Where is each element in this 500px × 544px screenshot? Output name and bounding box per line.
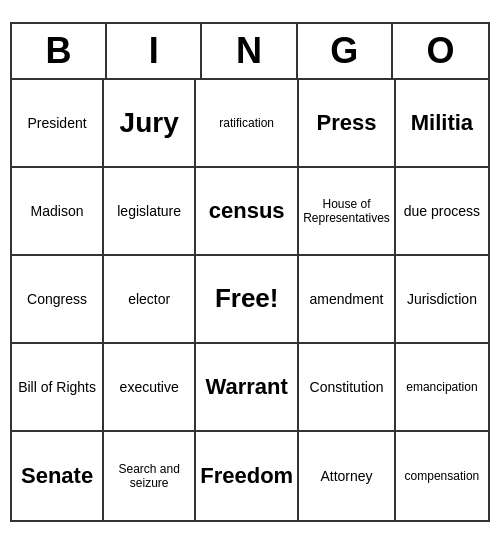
bingo-cell-1: Jury (104, 80, 196, 168)
bingo-cell-12: Free! (196, 256, 299, 344)
bingo-cell-11: elector (104, 256, 196, 344)
bingo-cell-20: Senate (12, 432, 104, 520)
bingo-cell-8: House of Representatives (299, 168, 396, 256)
bingo-cell-7: census (196, 168, 299, 256)
bingo-cell-17: Warrant (196, 344, 299, 432)
bingo-cell-23: Attorney (299, 432, 396, 520)
bingo-cell-13: amendment (299, 256, 396, 344)
header-letter-n: N (202, 24, 297, 78)
bingo-cell-14: Jurisdiction (396, 256, 488, 344)
bingo-cell-3: Press (299, 80, 396, 168)
bingo-cell-19: emancipation (396, 344, 488, 432)
bingo-cell-2: ratification (196, 80, 299, 168)
header-letter-o: O (393, 24, 488, 78)
bingo-cell-24: compensation (396, 432, 488, 520)
bingo-cell-16: executive (104, 344, 196, 432)
header-letter-b: B (12, 24, 107, 78)
bingo-cell-10: Congress (12, 256, 104, 344)
bingo-cell-18: Constitution (299, 344, 396, 432)
bingo-header: BINGO (12, 24, 488, 80)
header-letter-i: I (107, 24, 202, 78)
bingo-card: BINGO PresidentJuryratificationPressMili… (10, 22, 490, 522)
bingo-cell-5: Madison (12, 168, 104, 256)
bingo-cell-4: Militia (396, 80, 488, 168)
bingo-cell-15: Bill of Rights (12, 344, 104, 432)
header-letter-g: G (298, 24, 393, 78)
bingo-cell-21: Search and seizure (104, 432, 196, 520)
bingo-cell-22: Freedom (196, 432, 299, 520)
bingo-cell-9: due process (396, 168, 488, 256)
bingo-grid: PresidentJuryratificationPressMilitiaMad… (12, 80, 488, 520)
bingo-cell-0: President (12, 80, 104, 168)
bingo-cell-6: legislature (104, 168, 196, 256)
